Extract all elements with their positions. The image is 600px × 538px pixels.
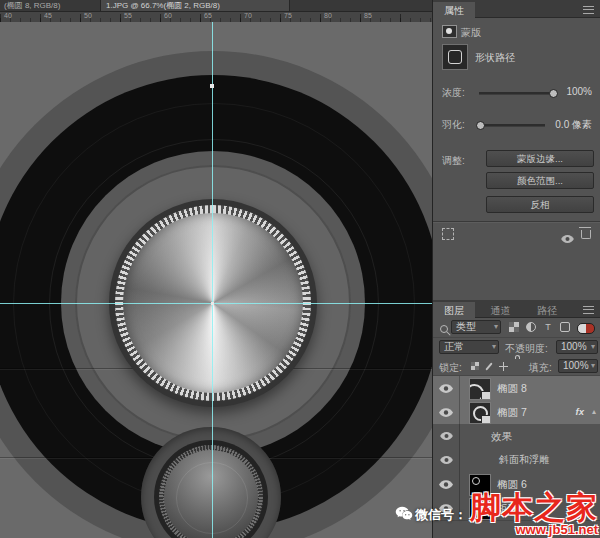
- ruler-number: 75: [284, 12, 292, 19]
- wechat-label: 微信号：: [415, 506, 467, 524]
- layer-thumbnail[interactable]: [469, 402, 491, 424]
- watermark: 微信号： 脚本之家 www.jb51.net: [395, 493, 598, 537]
- lock-transparency-icon[interactable]: [471, 362, 479, 370]
- panel-divider: [433, 221, 600, 222]
- feather-slider-handle[interactable]: [476, 121, 485, 130]
- properties-panel-header: 属性: [433, 0, 600, 18]
- tab-properties[interactable]: 属性: [433, 2, 475, 19]
- filter-type-select[interactable]: 类型: [451, 320, 501, 334]
- visibility-eye-icon[interactable]: [433, 376, 460, 400]
- density-slider[interactable]: [479, 92, 555, 95]
- watermark-site-name: 脚本之家: [470, 493, 598, 522]
- ellipse-shape-preview: [472, 477, 480, 485]
- layer-row-effects[interactable]: 效果: [433, 424, 600, 449]
- feather-slider[interactable]: [479, 124, 545, 127]
- ruler-number: 70: [244, 12, 252, 19]
- layer-filter-row: 类型 T: [433, 318, 600, 338]
- opacity-value: 100%: [561, 341, 587, 352]
- adjust-label: 调整:: [442, 154, 465, 168]
- document-tab-active[interactable]: 1.JPG @ 66.7%(椭圆 2, RGB/8): [101, 0, 290, 11]
- blend-mode-label: 正常: [444, 341, 464, 352]
- ruler-number: 40: [4, 12, 12, 19]
- filter-type-text-icon[interactable]: T: [543, 322, 553, 332]
- ruler-number: 45: [44, 12, 52, 19]
- chevron-down-icon: [494, 321, 498, 333]
- fill-value-box[interactable]: 100%: [558, 359, 598, 373]
- collapse-effects-icon[interactable]: [592, 400, 596, 424]
- density-label: 浓度:: [442, 86, 465, 100]
- load-selection-icon[interactable]: [442, 228, 454, 240]
- document-tab-inactive-label: (椭圆 8, RGB/8): [4, 1, 60, 10]
- path-type-label: 形状路径: [475, 51, 515, 65]
- delete-mask-trash-icon[interactable]: [581, 230, 591, 239]
- filter-toggle-switch[interactable]: [577, 323, 595, 334]
- opacity-label: 不透明度:: [505, 342, 548, 356]
- effect-item-label[interactable]: 斜面和浮雕: [499, 448, 549, 472]
- panel-menu-icon[interactable]: [583, 6, 594, 14]
- mask-label: 蒙版: [461, 26, 481, 40]
- right-panel: 属性 蒙版 形状路径 浓度: 100% 羽化: 0.0 像素 调整: 蒙版边缘.…: [432, 0, 600, 538]
- layers-panel-header: 图层 通道 路径: [433, 300, 600, 318]
- layer-row-ellipse-7[interactable]: 椭圆 7 fx: [433, 400, 600, 425]
- watermark-text-block: 脚本之家 www.jb51.net: [470, 493, 598, 537]
- layer-thumbnail[interactable]: [469, 378, 491, 400]
- chevron-down-icon: [591, 341, 595, 353]
- fill-value: 100%: [563, 360, 589, 371]
- chevron-down-icon: [591, 360, 595, 372]
- lock-paint-icon[interactable]: [485, 362, 492, 370]
- feather-label: 羽化:: [442, 118, 465, 132]
- filter-shape-icon[interactable]: [560, 322, 570, 332]
- chevron-down-icon: [492, 341, 496, 353]
- invert-button[interactable]: 反相: [486, 196, 594, 213]
- document-tab-bar: (椭圆 8, RGB/8) 1.JPG @ 66.7%(椭圆 2, RGB/8): [0, 0, 432, 12]
- mask-icon: [442, 25, 457, 38]
- mask-edge-button[interactable]: 蒙版边缘...: [486, 150, 594, 167]
- ruler-number: 60: [164, 12, 172, 19]
- feather-value[interactable]: 0.0 像素: [555, 118, 592, 132]
- wechat-icon: [395, 506, 413, 521]
- ruler-number: 80: [324, 12, 332, 19]
- layer-name[interactable]: 椭圆 7: [497, 400, 527, 424]
- lock-row: 锁定: 填充: 100%: [433, 358, 600, 376]
- disable-mask-eye-icon[interactable]: [561, 229, 574, 247]
- shape-layer-badge: [481, 391, 491, 400]
- ruler-number: 50: [84, 12, 92, 19]
- blend-mode-select[interactable]: 正常: [439, 340, 499, 354]
- vertical-guide[interactable]: [212, 22, 213, 538]
- lock-position-icon[interactable]: [499, 362, 508, 371]
- photoshop-window: (椭圆 8, RGB/8) 1.JPG @ 66.7%(椭圆 2, RGB/8)…: [0, 0, 600, 538]
- vector-mask-thumbnail[interactable]: [442, 44, 468, 70]
- canvas-area[interactable]: [0, 22, 432, 538]
- ruler-number: 85: [364, 12, 372, 19]
- filter-type-label: 类型: [456, 321, 476, 332]
- ruler-number: 65: [204, 12, 212, 19]
- filter-pixel-icon[interactable]: [509, 322, 519, 332]
- effects-label[interactable]: 效果: [491, 424, 512, 448]
- density-slider-handle[interactable]: [549, 89, 558, 98]
- center-point: [211, 302, 214, 305]
- layer-row-ellipse-8[interactable]: 椭圆 8: [433, 376, 600, 401]
- visibility-eye-icon[interactable]: [433, 448, 460, 472]
- horizontal-guide[interactable]: [0, 303, 432, 304]
- guide-anchor-point: [210, 84, 214, 88]
- fill-label: 填充:: [529, 361, 552, 375]
- document-tab-active-label: 1.JPG @ 66.7%(椭圆 2, RGB/8): [106, 1, 220, 10]
- visibility-eye-icon[interactable]: [433, 400, 460, 424]
- lock-label: 锁定:: [439, 361, 462, 375]
- visibility-eye-icon[interactable]: [433, 424, 460, 448]
- ruler-number: 55: [124, 12, 132, 19]
- layer-name[interactable]: 椭圆 8: [497, 376, 527, 400]
- tab-layers[interactable]: 图层: [433, 302, 475, 319]
- density-value[interactable]: 100%: [566, 86, 592, 97]
- document-tab-inactive[interactable]: (椭圆 8, RGB/8): [0, 0, 101, 11]
- layer-row-bevel-emboss[interactable]: 斜面和浮雕: [433, 448, 600, 473]
- fx-badge[interactable]: fx: [576, 400, 584, 424]
- opacity-value-box[interactable]: 100%: [556, 340, 598, 354]
- filter-adjustment-icon[interactable]: [526, 322, 536, 332]
- panel-menu-icon[interactable]: [583, 306, 594, 314]
- tab-channels[interactable]: 通道: [479, 302, 521, 319]
- search-icon: [440, 325, 448, 333]
- color-range-button[interactable]: 颜色范围...: [486, 172, 594, 189]
- tab-paths[interactable]: 路径: [526, 302, 568, 319]
- shape-layer-badge: [481, 415, 491, 424]
